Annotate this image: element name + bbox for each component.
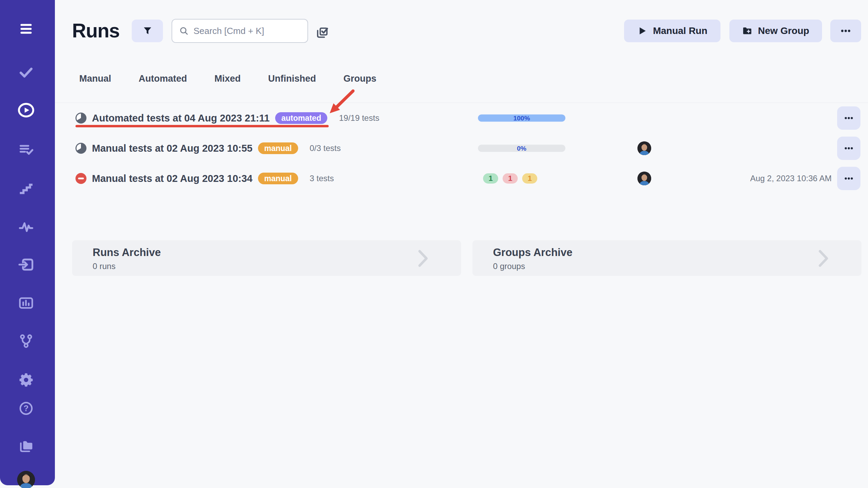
check-tasks-icon[interactable]: [18, 64, 34, 81]
run-type-badge: manual: [258, 173, 298, 184]
git-branch-icon[interactable]: [18, 333, 34, 349]
stairs-milestones-icon[interactable]: [18, 180, 34, 197]
run-row-3[interactable]: Manual tests at 02 Aug 2023 10:34 manual…: [55, 163, 868, 194]
archive-title: Groups Archive: [493, 246, 861, 259]
runs-archive-card[interactable]: Runs Archive 0 runs: [72, 240, 461, 276]
bar-chart-icon[interactable]: [18, 295, 34, 311]
assignee-avatar[interactable]: [637, 172, 651, 185]
help-icon[interactable]: ?: [19, 400, 34, 417]
passed-count-chip: 1: [483, 173, 498, 184]
archive-title: Runs Archive: [93, 246, 461, 259]
settings-gear-icon[interactable]: [18, 372, 34, 388]
folder-plus-icon: [742, 26, 752, 36]
filter-funnel-icon: [142, 26, 153, 36]
tab-groups[interactable]: Groups: [343, 73, 376, 87]
run-title[interactable]: Manual tests at 02 Aug 2023 10:55: [92, 143, 253, 154]
ellipsis-icon: [840, 25, 852, 37]
run-type-badge: automated: [275, 112, 327, 124]
run-more-button[interactable]: [837, 167, 860, 190]
ellipsis-icon: [844, 113, 854, 123]
filter-button[interactable]: [132, 20, 163, 42]
run-status-stopped-icon: [75, 173, 86, 184]
search-icon: [179, 26, 189, 36]
run-progress-label: 0%: [478, 145, 565, 152]
activity-pulse-icon[interactable]: [18, 218, 34, 235]
folders-icon[interactable]: [18, 438, 34, 454]
run-progress-label: 100%: [478, 115, 565, 122]
run-more-button[interactable]: [837, 137, 860, 160]
run-more-button[interactable]: [837, 106, 860, 130]
ellipsis-icon: [844, 173, 854, 184]
bulk-select-edit-button[interactable]: [314, 25, 330, 41]
chevron-right-icon: [418, 250, 429, 267]
run-status-progress-icon: [75, 113, 86, 124]
bulk-select-icon: [315, 25, 329, 40]
run-row-2[interactable]: Manual tests at 02 Aug 2023 10:55 manual…: [55, 133, 868, 163]
run-status-progress-icon: [75, 143, 86, 154]
tab-manual[interactable]: Manual: [79, 73, 111, 87]
run-title[interactable]: Automated tests at 04 Aug 2023 21:11: [92, 113, 270, 124]
user-avatar[interactable]: [17, 471, 35, 488]
ellipsis-icon: [844, 143, 854, 153]
search-box[interactable]: [172, 19, 308, 43]
runs-page: ? Runs Manual Run: [0, 0, 868, 488]
chevron-right-icon: [818, 250, 829, 267]
run-title[interactable]: Manual tests at 02 Aug 2023 10:34: [92, 173, 253, 184]
sidebar: ?: [0, 0, 55, 485]
run-filter-tabs: Manual Automated Mixed Unfinished Groups: [79, 73, 376, 87]
archive-subtitle: 0 runs: [93, 262, 461, 271]
search-input[interactable]: [193, 26, 301, 36]
tab-unfinished[interactable]: Unfinished: [268, 73, 316, 87]
tab-automated[interactable]: Automated: [139, 73, 187, 87]
new-group-label: New Group: [758, 25, 809, 36]
archive-subtitle: 0 groups: [493, 262, 861, 271]
run-tests-count: 3 tests: [310, 174, 334, 183]
page-title: Runs: [72, 19, 120, 42]
skipped-count-chip: 1: [522, 173, 537, 184]
groups-archive-card[interactable]: Groups Archive 0 groups: [472, 240, 861, 276]
run-tests-count: 0/3 tests: [310, 143, 341, 153]
run-progress-bar: 0%: [478, 145, 565, 152]
run-tests-count: 19/19 tests: [339, 113, 379, 123]
run-type-badge: manual: [258, 142, 298, 154]
play-circle-runs-icon[interactable]: [17, 102, 35, 118]
header-more-button[interactable]: [830, 20, 861, 42]
result-count-chips: 1 1 1: [483, 173, 537, 184]
tab-mixed[interactable]: Mixed: [214, 73, 241, 87]
run-progress-bar: 100%: [478, 115, 565, 122]
manual-run-label: Manual Run: [653, 25, 707, 36]
list-check-icon[interactable]: [18, 141, 34, 158]
new-group-button[interactable]: New Group: [729, 20, 822, 42]
manual-run-button[interactable]: Manual Run: [624, 20, 720, 42]
play-icon: [637, 26, 647, 36]
assignee-avatar[interactable]: [637, 141, 651, 155]
run-row-1[interactable]: Automated tests at 04 Aug 2023 21:11 aut…: [55, 103, 868, 133]
failed-count-chip: 1: [503, 173, 518, 184]
menu-icon[interactable]: [18, 21, 34, 37]
run-finish-date: Aug 2, 2023 10:36 AM: [750, 174, 832, 183]
import-enter-icon[interactable]: [18, 256, 34, 273]
svg-text:?: ?: [24, 404, 29, 413]
